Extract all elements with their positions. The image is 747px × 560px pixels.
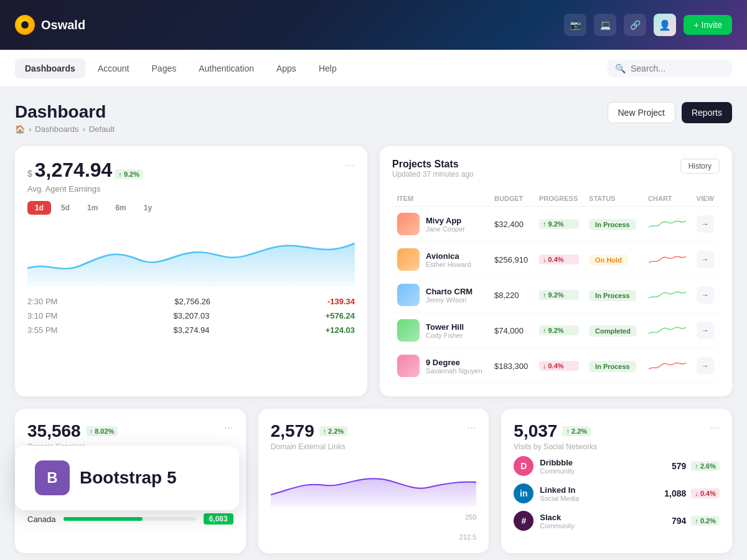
time-filter-1m[interactable]: 1m bbox=[80, 201, 105, 215]
project-chart-3 bbox=[643, 313, 692, 348]
project-status-badge-1: On Hold bbox=[589, 254, 628, 266]
project-item-0: Mivy App Jane Cooper bbox=[392, 207, 489, 242]
project-chart-0 bbox=[643, 207, 692, 242]
country-bar-wrap bbox=[63, 517, 196, 521]
time-filter-5d[interactable]: 5d bbox=[54, 201, 77, 215]
project-arrow-0[interactable]: → bbox=[697, 215, 714, 233]
social-item-linkedin: in Linked In Social Media 1,088 ↓ 0.4% bbox=[514, 483, 720, 503]
time-filter-1d[interactable]: 1d bbox=[27, 201, 51, 215]
nav-item-authentication[interactable]: Authentication bbox=[189, 58, 264, 78]
invite-button[interactable]: + Invite bbox=[684, 15, 732, 35]
nav-item-apps[interactable]: Apps bbox=[266, 58, 306, 78]
nav-bar: Dashboards Account Pages Authentication … bbox=[0, 50, 747, 87]
projects-title: Projects Stats bbox=[392, 159, 474, 170]
project-budget-2: $8,220 bbox=[489, 278, 534, 313]
earnings-card: $ 3,274.94 ↑ 9.2% ··· Avg. Agent Earning… bbox=[15, 146, 367, 396]
project-status-badge-4: In Process bbox=[589, 361, 636, 372]
dribbble-name: Dribbble bbox=[540, 458, 575, 467]
col-status: STATUS bbox=[584, 191, 643, 207]
project-budget-3: $74,000 bbox=[489, 313, 534, 348]
external-links-header: 2,579 ↑ 2.2% Domain External Links ··· bbox=[271, 421, 477, 451]
earnings-time-0: 2:30 PM bbox=[27, 297, 57, 306]
external-links-number: 2,579 bbox=[271, 421, 314, 441]
project-progress-badge-0: ↑ 9.2% bbox=[539, 219, 579, 229]
project-row-4: 9 Degree Savannah Nguyen $183,300 ↓ 0.4%… bbox=[392, 348, 720, 384]
organic-sessions-more[interactable]: ··· bbox=[224, 421, 233, 434]
slack-count: 794 bbox=[672, 516, 686, 526]
earnings-row-0: 2:30 PM $2,756.26 -139.34 bbox=[27, 297, 355, 306]
bootstrap-promo: B Bootstrap 5 bbox=[15, 446, 239, 510]
project-name-2: Charto CRM bbox=[426, 287, 472, 296]
page-header: Dashboard 🏠 › Dashboards › Default New P… bbox=[15, 102, 732, 134]
project-item-2: Charto CRM Jenny Wilson bbox=[392, 278, 489, 313]
search-input[interactable] bbox=[631, 63, 725, 73]
project-person-1: Esther Howard bbox=[426, 261, 471, 268]
project-row-2: Charto CRM Jenny Wilson $8,220 ↑ 9.2% In… bbox=[392, 278, 720, 313]
breadcrumb-separator-1: › bbox=[29, 124, 31, 134]
organic-sessions-badge: ↑ 8.02% bbox=[86, 426, 118, 436]
project-view-3: → bbox=[692, 313, 720, 348]
nav-item-account[interactable]: Account bbox=[88, 58, 139, 78]
breadcrumb-dashboards[interactable]: Dashboards bbox=[35, 124, 78, 134]
project-arrow-2[interactable]: → bbox=[697, 286, 714, 304]
project-progress-3: ↑ 9.2% bbox=[534, 313, 584, 348]
social-more[interactable]: ··· bbox=[710, 421, 720, 434]
dribbble-type: Community bbox=[540, 467, 575, 475]
social-item-slack: # Slack Community 794 ↑ 0.2% bbox=[514, 511, 720, 531]
project-arrow-1[interactable]: → bbox=[697, 251, 714, 268]
dribbble-icon: D bbox=[514, 456, 533, 476]
project-progress-2: ↑ 9.2% bbox=[534, 278, 584, 313]
project-budget-4: $183,300 bbox=[489, 348, 534, 384]
slack-badge: ↑ 0.2% bbox=[691, 516, 720, 526]
external-links-more[interactable]: ··· bbox=[467, 421, 476, 434]
project-budget-1: $256,910 bbox=[489, 242, 534, 278]
project-person-0: Jane Cooper bbox=[426, 225, 465, 233]
project-name-0: Mivy App bbox=[426, 216, 465, 225]
projects-table: ITEM BUDGET PROGRESS STATUS CHART VIEW M… bbox=[392, 191, 720, 384]
project-row-3: Tower Hill Cody Fisher $74,000 ↑ 9.2% Co… bbox=[392, 313, 720, 348]
external-links-card: 2,579 ↑ 2.2% Domain External Links ··· bbox=[258, 409, 489, 553]
country-row-canada: Canada 6,083 bbox=[27, 513, 233, 525]
social-label: Visits by Social Networks bbox=[514, 442, 597, 451]
slack-info: Slack Community bbox=[540, 513, 575, 530]
project-progress-badge-2: ↑ 9.2% bbox=[539, 290, 579, 300]
project-status-4: In Process bbox=[584, 348, 643, 384]
new-project-button[interactable]: New Project bbox=[608, 102, 675, 123]
project-view-4: → bbox=[692, 348, 720, 384]
social-left-linkedin: in Linked In Social Media bbox=[514, 483, 579, 503]
nav-item-pages[interactable]: Pages bbox=[142, 58, 187, 78]
share-icon-btn[interactable]: 🔗 bbox=[624, 14, 646, 36]
earnings-time-2: 3:55 PM bbox=[27, 325, 57, 335]
nav-item-dashboards[interactable]: Dashboards bbox=[15, 58, 85, 78]
social-header: 5,037 ↑ 2.2% Visits by Social Networks ·… bbox=[514, 421, 720, 451]
camera-icon-btn[interactable]: 📷 bbox=[564, 14, 586, 36]
project-progress-4: ↓ 0.4% bbox=[534, 348, 584, 384]
col-view: VIEW bbox=[692, 191, 720, 207]
nav-item-help[interactable]: Help bbox=[309, 58, 347, 78]
avatar[interactable]: 👤 bbox=[654, 14, 676, 36]
social-title-area: 5,037 ↑ 2.2% Visits by Social Networks bbox=[514, 421, 597, 451]
bootstrap-letter: B bbox=[47, 469, 57, 487]
project-arrow-3[interactable]: → bbox=[697, 322, 714, 339]
page-title-area: Dashboard 🏠 › Dashboards › Default bbox=[15, 102, 115, 134]
avatar-image: 👤 bbox=[654, 14, 676, 36]
slack-name: Slack bbox=[540, 513, 575, 522]
external-links-badge: ↑ 2.2% bbox=[319, 426, 348, 436]
time-filter-1y[interactable]: 1y bbox=[136, 201, 159, 215]
linkedin-badge: ↓ 0.4% bbox=[691, 488, 720, 498]
social-left-slack: # Slack Community bbox=[514, 511, 575, 531]
time-filter-6m[interactable]: 6m bbox=[108, 201, 133, 215]
history-button[interactable]: History bbox=[680, 159, 720, 174]
linkedin-info: Linked In Social Media bbox=[540, 485, 579, 502]
project-progress-0: ↑ 9.2% bbox=[534, 207, 584, 242]
project-name-1: Avionica bbox=[426, 251, 471, 261]
project-arrow-4[interactable]: → bbox=[697, 357, 714, 375]
social-item-dribbble: D Dribbble Community 579 ↑ 2.6% bbox=[514, 456, 720, 476]
reports-button[interactable]: Reports bbox=[682, 102, 732, 123]
projects-card: Projects Stats Updated 37 minutes ago Hi… bbox=[380, 146, 732, 396]
projects-header: Projects Stats Updated 37 minutes ago Hi… bbox=[392, 159, 720, 189]
earnings-more-btn[interactable]: ··· bbox=[345, 159, 355, 172]
device-icon-btn[interactable]: 💻 bbox=[594, 14, 616, 36]
top-cards-grid: $ 3,274.94 ↑ 9.2% ··· Avg. Agent Earning… bbox=[15, 146, 732, 396]
projects-subtitle: Updated 37 minutes ago bbox=[392, 170, 474, 179]
